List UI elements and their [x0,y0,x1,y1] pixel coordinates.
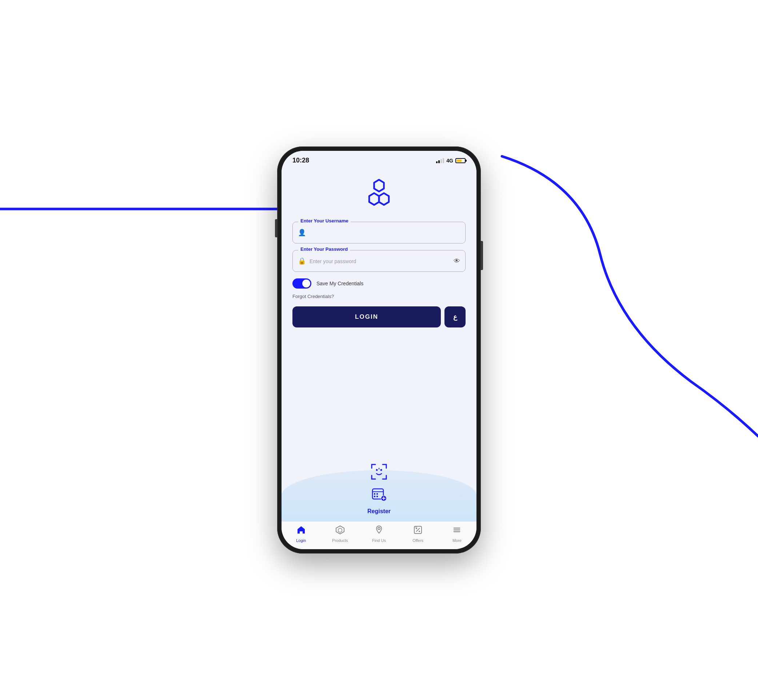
network-label: 4G [446,158,453,164]
credentials-toggle[interactable] [293,278,311,289]
nav-item-products[interactable]: Products [320,525,359,543]
more-icon [452,525,462,537]
nav-label-more: More [453,538,462,543]
location-icon [374,525,384,537]
toggle-knob [302,280,310,288]
face-scan-icon [370,462,388,481]
svg-rect-9 [374,493,375,495]
battery-icon [456,158,465,163]
eye-icon[interactable]: 👁 [454,257,460,265]
register-icon[interactable] [371,487,387,506]
phone-screen: 10:28 4G [282,151,476,549]
nav-label-products: Products [332,538,348,543]
forgot-credentials-link[interactable]: Forgot Credentials? [293,294,465,299]
lock-icon: 🔒 [298,257,306,265]
svg-point-5 [381,469,382,471]
app-logo [363,178,395,211]
save-credentials-row: Save My Credentials [293,278,465,289]
biometric-icon[interactable] [370,462,388,484]
main-content: Enter Your Username 👤 Enter Your Passwor… [282,167,476,521]
username-field-wrapper: Enter Your Username 👤 [293,222,465,244]
svg-point-19 [378,527,380,530]
svg-point-4 [376,469,378,471]
login-button[interactable]: LOGIN [293,306,441,328]
svg-marker-18 [338,528,342,533]
svg-rect-12 [376,496,378,497]
svg-text:%: % [415,525,417,529]
products-icon [335,525,345,537]
svg-rect-11 [374,496,375,497]
save-credentials-label: Save My Credentials [316,281,363,286]
register-label[interactable]: Register [367,508,391,515]
password-field-wrapper: Enter Your Password 🔒 Enter your passwor… [293,250,465,272]
svg-point-23 [419,531,420,532]
nav-label-login: Login [296,538,306,543]
nav-label-find-us: Find Us [372,538,386,543]
logo-area [293,167,465,222]
username-input[interactable]: 👤 [293,222,465,244]
register-area: Register [367,487,391,517]
signal-icon [436,158,444,163]
nav-item-more[interactable]: More [438,525,476,543]
password-input[interactable]: 🔒 Enter your password 👁 [293,250,465,272]
nav-item-login[interactable]: Login [282,525,320,543]
svg-marker-1 [374,180,384,192]
password-label: Enter Your Password [298,247,350,252]
bottom-nav: Login Products [282,521,476,549]
status-bar: 10:28 4G [282,151,476,167]
username-label: Enter Your Username [298,218,351,223]
password-placeholder: Enter your password [310,258,356,264]
status-icons: 4G [436,158,465,164]
language-button[interactable]: ع [445,306,465,328]
login-form: Enter Your Username 👤 Enter Your Passwor… [293,222,465,462]
login-row: LOGIN ع [293,306,465,328]
status-time: 10:28 [293,157,309,164]
svg-marker-2 [369,193,379,205]
nav-item-offers[interactable]: % Offers [399,525,438,543]
bottom-wave-area: Register [293,462,465,521]
svg-marker-3 [379,193,389,205]
svg-rect-10 [376,493,378,495]
offers-icon: % [413,525,423,537]
nav-item-find-us[interactable]: Find Us [359,525,398,543]
home-icon [296,525,306,537]
user-icon: 👤 [298,229,306,237]
nav-label-offers: Offers [412,538,423,543]
phone-shell: 10:28 4G [277,147,481,553]
